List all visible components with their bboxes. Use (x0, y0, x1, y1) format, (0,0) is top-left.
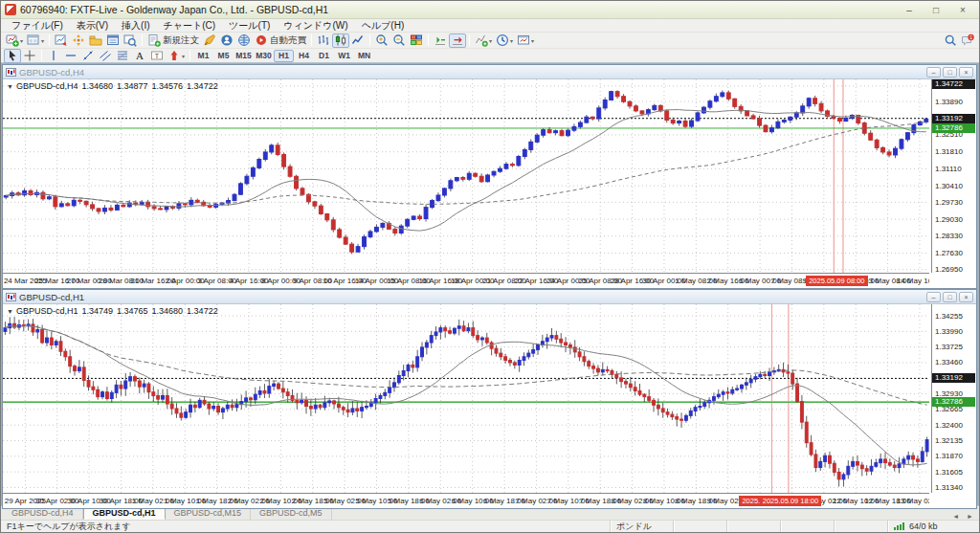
chevron-down-icon[interactable]: ▾ (531, 37, 534, 44)
chevron-down-icon[interactable]: ▾ (41, 37, 44, 44)
chevron-down-icon[interactable]: ▾ (20, 37, 23, 44)
chart-h4-minimize-button[interactable]: – (926, 67, 941, 78)
timeframe-button-m30[interactable]: M30 (254, 50, 274, 62)
trendline-tool-button[interactable] (79, 49, 97, 63)
window-title: 60796940: FXTF-Live - Goldenway Japan Co… (20, 4, 895, 15)
chart-h4-price-axis[interactable]: 1.345301.338901.331901.325101.318101.311… (931, 79, 976, 273)
svg-text:1: 1 (969, 35, 972, 40)
auto-scroll-button[interactable] (432, 33, 449, 48)
channel-tool-button[interactable] (97, 49, 114, 63)
terminal-button[interactable] (87, 33, 104, 48)
chevron-down-icon[interactable]: ▾ (489, 37, 492, 44)
chart-h4-time-axis[interactable]: 24 Mar 202525 Mar 16:0027 Mar 00:0028 Ma… (3, 273, 929, 288)
arrows-tool-button[interactable]: ▾ (166, 49, 187, 63)
layout-icon (27, 33, 40, 47)
ohlc-open: 1.34680 (81, 81, 113, 91)
chart-h1-time-axis[interactable]: 29 Apr 202530 Apr 02:0030 Apr 10:0030 Ap… (3, 493, 929, 508)
menu-item-3[interactable]: チャート(C) (157, 19, 223, 33)
chart-h4-title-bar[interactable]: GBPUSD-cd,H4 – □ × (3, 65, 976, 79)
profiles-button[interactable]: ▾ (25, 33, 46, 48)
timeframe-button-h4[interactable]: H4 (294, 50, 314, 62)
tile-windows-button[interactable] (408, 33, 425, 48)
timeframe-button-m1[interactable]: M1 (193, 50, 213, 62)
y-axis-tick: 1.29730 (935, 198, 963, 207)
price-chart-h4-canvas[interactable] (3, 79, 929, 273)
toolbar-separator (142, 34, 143, 46)
y-axis-tick: 1.30410 (935, 182, 963, 190)
bar-chart-button[interactable] (315, 33, 332, 48)
strategy-tester-button[interactable] (122, 33, 139, 48)
menu-item-2[interactable]: 挿入(I) (115, 19, 156, 33)
chart-h1-title-bar[interactable]: GBPUSD-cd,H1 – □ × (3, 290, 976, 304)
crosshair-tool-button[interactable] (21, 49, 38, 63)
chart-shift-button[interactable] (449, 33, 466, 48)
fibonacci-tool-button[interactable] (114, 49, 131, 63)
community-icon (220, 33, 234, 47)
data-window-button[interactable] (104, 33, 122, 48)
chevron-down-icon[interactable]: ▾ (182, 53, 185, 59)
tab-scroll-right[interactable]: ► (963, 513, 977, 520)
indicators-button[interactable]: ▾ (473, 33, 494, 48)
chart-h1-restore-button[interactable]: □ (943, 292, 957, 302)
vertical-line-tool-button[interactable] (45, 49, 62, 63)
chart-window-h4[interactable]: GBPUSD-cd,H4 – □ × ▼GBPUSD-cd,H41.346801… (2, 64, 977, 289)
ohlc-low: 1.34576 (152, 81, 184, 91)
chart-icon (6, 68, 16, 77)
chart-window-h1[interactable]: GBPUSD-cd,H1 – □ × ▼GBPUSD-cd,H11.347491… (2, 289, 977, 509)
zoom-in-button[interactable] (373, 33, 390, 48)
mql5-web-button[interactable] (235, 33, 253, 48)
market-watch-button[interactable] (53, 33, 70, 48)
new-order-button[interactable]: 新規注文 (145, 33, 201, 48)
price-chart-h1-canvas[interactable] (3, 304, 929, 493)
timeframe-button-m15[interactable]: M15 (234, 50, 254, 62)
menu-item-0[interactable]: ファイル(F) (5, 19, 70, 33)
tester-icon (123, 33, 137, 47)
candlestick-chart-button[interactable] (332, 33, 349, 48)
chart-h1-close-button[interactable]: × (959, 292, 973, 302)
cursor-tool-button[interactable] (4, 49, 21, 63)
menu-item-6[interactable]: ヘルプ(H) (355, 19, 412, 33)
menu-item-1[interactable]: 表示(V) (70, 19, 115, 33)
search-button[interactable] (942, 33, 959, 48)
line-chart-button[interactable] (349, 33, 367, 48)
ohlc-close: 1.34722 (187, 306, 218, 316)
zoom-out-button[interactable] (390, 33, 408, 48)
menu-item-4[interactable]: ツール(T) (222, 19, 277, 33)
collapse-triangle-icon[interactable]: ▼ (7, 308, 13, 315)
y-axis-tick: 1.33460 (935, 358, 963, 366)
menu-item-5[interactable]: ウィンドウ(W) (277, 19, 354, 33)
new-chart-button[interactable]: ▾ (4, 33, 25, 48)
mdi-client-area: GBPUSD-cd,H4 – □ × ▼GBPUSD-cd,H41.346801… (1, 63, 979, 505)
editor-icon (203, 33, 216, 47)
navigator-button[interactable] (70, 33, 87, 48)
chart-h4-close-button[interactable]: × (959, 67, 973, 78)
web-icon (237, 33, 251, 47)
community-button[interactable] (218, 33, 235, 48)
timeframe-button-w1[interactable]: W1 (334, 50, 354, 62)
chart-h1-minimize-button[interactable]: – (926, 292, 941, 302)
tab-scroll-left[interactable]: ◄ (948, 513, 963, 520)
periods-button[interactable]: ▾ (494, 33, 515, 48)
chevron-down-icon[interactable]: ▾ (510, 37, 513, 44)
timeframe-button-h1[interactable]: H1 (274, 50, 294, 62)
metaeditor-button[interactable] (201, 33, 218, 48)
autotrade-icon (255, 33, 268, 47)
text-tool-button[interactable]: A (131, 49, 148, 63)
timeframe-button-d1[interactable]: D1 (314, 50, 334, 62)
maximize-button[interactable]: □ (924, 3, 948, 16)
horizontal-line-tool-button[interactable] (62, 49, 79, 63)
chart-h4-restore-button[interactable]: □ (943, 67, 957, 78)
datawin-icon (106, 33, 120, 47)
timeframe-button-m5[interactable]: M5 (213, 50, 234, 62)
close-button[interactable]: × (950, 3, 975, 16)
label-tool-button[interactable]: T (148, 49, 166, 63)
y-axis-tick: 1.28330 (935, 232, 963, 240)
title-bar: 60796940: FXTF-Live - Goldenway Japan Co… (1, 1, 979, 19)
chart-h1-price-axis[interactable]: 1.342551.339901.337251.334601.331951.329… (931, 304, 976, 493)
timeframe-button-mn[interactable]: MN (354, 50, 374, 62)
notifications-button[interactable]: 1 (959, 33, 976, 48)
templates-button[interactable]: ▾ (515, 33, 536, 48)
minimize-button[interactable]: – (897, 3, 922, 16)
autotrading-button[interactable]: 自動売買 (253, 33, 308, 48)
collapse-triangle-icon[interactable]: ▼ (7, 83, 13, 90)
